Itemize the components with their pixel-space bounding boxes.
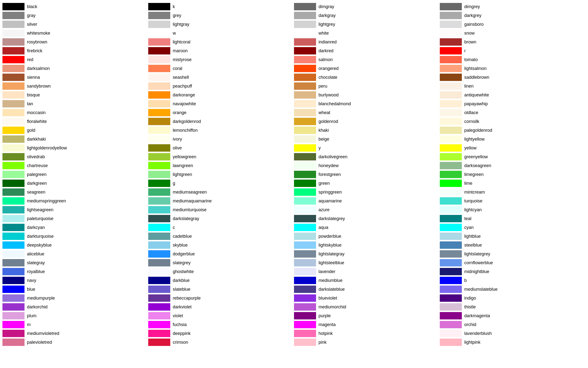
color-label: blanchedalmond (318, 101, 351, 106)
color-row: beige (294, 135, 440, 143)
color-label: lightskyblue (318, 243, 342, 248)
color-swatch (148, 215, 170, 222)
color-swatch (294, 100, 316, 107)
color-swatch (440, 294, 462, 302)
color-swatch (440, 3, 462, 10)
color-label: purple (318, 313, 331, 318)
color-label: red (27, 57, 33, 62)
color-row: peachpuff (148, 82, 294, 90)
color-swatch (2, 241, 24, 249)
color-swatch (148, 162, 170, 169)
color-row: mediumorchid (294, 303, 440, 311)
color-row: darkgoldenrod (148, 117, 294, 126)
color-swatch (148, 135, 170, 143)
color-swatch (294, 188, 316, 196)
color-label: rosybrown (27, 39, 47, 45)
color-label: indigo (464, 296, 476, 301)
column-1: kgreylightgraywlightcoralmaroonmistyrose… (148, 2, 294, 347)
color-swatch (294, 224, 316, 231)
color-row: skyblue (148, 241, 294, 249)
color-swatch (294, 268, 316, 275)
color-label: mediumorchid (318, 304, 346, 310)
color-row: gainsboro (440, 20, 586, 28)
color-label: peachpuff (173, 84, 192, 89)
color-row: ghostwhite (148, 267, 294, 276)
color-swatch (2, 153, 24, 160)
color-row: azure (294, 206, 440, 214)
color-swatch (148, 286, 170, 293)
color-label: darkslategrey (318, 216, 345, 221)
color-row: bisque (2, 91, 148, 99)
color-row: aliceblue (2, 250, 148, 258)
color-row: deeppink (148, 329, 294, 338)
color-swatch (440, 241, 462, 249)
color-row: chocolate (294, 73, 440, 81)
color-label: goldenrod (318, 119, 338, 124)
color-swatch (294, 312, 316, 319)
color-row: lightcoral (148, 38, 294, 46)
color-swatch (440, 321, 462, 328)
color-row: lightgray (148, 20, 294, 28)
color-label: darkgray (318, 13, 336, 18)
color-swatch (148, 268, 170, 275)
color-swatch (148, 118, 170, 125)
color-row: cyan (440, 223, 586, 232)
color-swatch (2, 303, 24, 311)
color-label: cornsilk (464, 119, 479, 124)
color-label: r (464, 48, 466, 53)
color-swatch (2, 312, 24, 319)
color-row: lightcyan (440, 206, 586, 214)
color-label: k (173, 4, 175, 9)
color-label: bisque (27, 92, 40, 98)
color-label: khaki (318, 128, 329, 133)
color-label: w (173, 31, 176, 36)
color-row: w (148, 29, 294, 37)
color-label: lightslategrey (464, 251, 490, 257)
color-row: m (2, 320, 148, 329)
color-label: midnightblue (464, 269, 489, 274)
color-label: black (27, 4, 37, 9)
color-label: tan (27, 101, 33, 106)
color-row: darkslategrey (294, 214, 440, 223)
color-swatch (294, 162, 316, 169)
color-row: orchid (440, 320, 586, 329)
color-row: springgreen (294, 188, 440, 196)
color-row: white (294, 29, 440, 37)
color-swatch (294, 135, 316, 143)
color-row: lavender (294, 267, 440, 276)
color-label: lightcyan (464, 207, 482, 212)
color-row: lemonchiffon (148, 126, 294, 134)
color-row: mediumvioletred (2, 329, 148, 338)
color-swatch (294, 180, 316, 187)
color-swatch (2, 56, 24, 63)
color-label: lightgray (173, 22, 189, 27)
color-row: thistle (440, 303, 586, 311)
color-label: teal (464, 216, 471, 221)
color-label: snow (464, 31, 475, 36)
color-label: lemonchiffon (173, 128, 198, 133)
color-label: turquoise (464, 198, 482, 204)
color-row: sandybrown (2, 82, 148, 90)
color-swatch (148, 250, 170, 258)
color-swatch (294, 29, 316, 37)
color-label: navy (27, 278, 36, 283)
color-label: indianred (318, 39, 337, 45)
color-row: gray (2, 11, 148, 20)
color-label: cadetblue (173, 234, 192, 239)
color-row: red (2, 55, 148, 64)
color-swatch (2, 118, 24, 125)
color-swatch (148, 188, 170, 196)
color-label: dimgray (318, 4, 334, 9)
color-label: mintcream (464, 190, 485, 195)
color-row: grey (148, 11, 294, 20)
color-swatch (440, 259, 462, 266)
color-swatch (294, 127, 316, 134)
color-swatch (294, 286, 316, 293)
color-swatch (440, 188, 462, 196)
color-label: orange (173, 110, 186, 115)
color-label: darkslateblue (318, 287, 345, 292)
color-row: saddlebrown (440, 73, 586, 81)
color-row: darkorchid (2, 303, 148, 311)
color-swatch (294, 3, 316, 10)
color-swatch (440, 91, 462, 99)
